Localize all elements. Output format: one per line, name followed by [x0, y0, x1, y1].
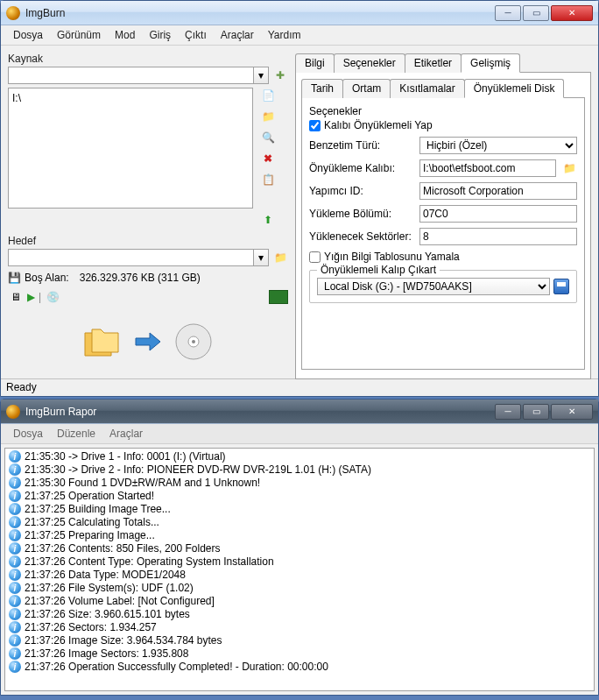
emulation-label: Benzetim Türü: [309, 139, 414, 152]
calculator-icon[interactable] [269, 290, 288, 304]
log-text: 21:37:25 Building Image Tree... [25, 503, 171, 515]
save-icon[interactable] [553, 279, 569, 294]
log-minimize-button[interactable]: ─ [495, 404, 521, 420]
emulation-select[interactable]: Hiçbiri (Özel) [419, 137, 577, 154]
tab-etiketler[interactable]: Etiketler [405, 53, 462, 73]
search-folder-icon[interactable]: 🔍 [260, 130, 276, 145]
make-bootable-checkbox[interactable] [309, 120, 321, 131]
source-dropdown-toggle[interactable]: ▾ [253, 67, 269, 84]
loadseg-label: Yükleme Bölümü: [309, 208, 414, 220]
log-text: 21:37:25 Preparing Image... [25, 529, 155, 541]
add-icon[interactable]: ✚ [272, 67, 288, 83]
menu-giris[interactable]: Giriş [142, 27, 178, 43]
log-line: i21:37:26 Contents: 850 Files, 200 Folde… [9, 542, 590, 555]
log-menu-dosya[interactable]: Dosya [6, 426, 50, 442]
free-space-value: 326.329.376 KB (311 GB) [80, 272, 201, 284]
info-icon: i [9, 569, 21, 581]
bootimage-input[interactable] [419, 159, 556, 177]
menu-yardim[interactable]: Yardım [261, 27, 308, 43]
log-line: i21:35:30 Found 1 DVD±RW/RAM and 1 Unkno… [9, 477, 590, 490]
log-menu-araclar[interactable]: Araçlar [102, 426, 150, 442]
info-icon: i [9, 463, 21, 476]
log-text: 21:37:26 Contents: 850 Files, 200 Folder… [25, 542, 220, 555]
info-icon: i [9, 647, 21, 660]
folders-icon [81, 321, 123, 363]
extract-drive-select[interactable]: Local Disk (G:) - [WD750AAKS] [317, 278, 550, 295]
info-icon: i [9, 582, 21, 594]
log-text: 21:37:26 Image Sectors: 1.935.808 [25, 647, 188, 660]
log-text: 21:37:25 Operation Started! [25, 490, 154, 502]
log-maximize-button[interactable]: ▭ [523, 404, 549, 420]
log-area[interactable]: i21:35:30 -> Drive 1 - Info: 0001 (I:) (… [4, 448, 595, 691]
tab-bilgi[interactable]: Bilgi [295, 53, 335, 73]
dest-dropdown-toggle[interactable]: ▾ [253, 249, 269, 266]
clipboard-icon[interactable]: 📋 [260, 172, 276, 187]
log-line: i21:37:26 Data Type: MODE1/2048 [9, 569, 590, 582]
menu-araclar[interactable]: Araçlar [214, 27, 261, 43]
menu-cikti[interactable]: Çıktı [178, 27, 214, 43]
patch-table-checkbox[interactable] [309, 251, 321, 263]
app-icon [6, 405, 20, 419]
status-bar: Ready [1, 378, 598, 396]
log-titlebar[interactable]: ImgBurn Rapor ─ ▭ ✕ [1, 399, 598, 424]
dest-label: Hedef [8, 235, 288, 247]
tab-onyuklemeli-disk[interactable]: Önyüklemeli Disk [464, 79, 565, 98]
options-section-label: Seçenekler [309, 105, 577, 117]
info-icon: i [9, 529, 21, 541]
source-input[interactable] [8, 67, 253, 84]
menu-dosya[interactable]: Dosya [6, 27, 50, 43]
menu-mod[interactable]: Mod [108, 27, 142, 43]
extract-group-title: Önyüklemeli Kalıp Çıkart [317, 264, 440, 276]
menu-gorunum[interactable]: Görünüm [50, 27, 108, 43]
source-list[interactable]: I:\ [8, 88, 253, 209]
sectors-input[interactable] [419, 228, 577, 245]
menubar: Dosya Görünüm Mod Giriş Çıktı Araçlar Ya… [1, 25, 598, 46]
delete-icon[interactable]: ✖ [260, 151, 276, 166]
bootimage-label: Önyükleme Kalıbı: [309, 162, 414, 174]
info-icon: i [9, 490, 21, 502]
log-menu-duzenle[interactable]: Düzenle [50, 426, 102, 442]
tab-tarih[interactable]: Tarih [301, 79, 343, 98]
log-text: 21:37:26 File System(s): UDF (1.02) [25, 582, 194, 594]
top-tabs: Bilgi Seçenekler Etiketler Gelişmiş [295, 53, 591, 73]
free-space-label: Boş Alan: [25, 272, 69, 284]
log-menubar: Dosya Düzenle Araçlar [1, 424, 598, 444]
up-arrow-icon[interactable]: ⬆ [260, 212, 276, 228]
developer-label: Yapımcı ID: [309, 185, 414, 197]
browse-dest-icon[interactable]: 📁 [272, 250, 288, 265]
minimize-button[interactable]: ─ [495, 5, 521, 21]
tab-kisitlamalar[interactable]: Kısıtlamalar [390, 79, 464, 98]
tab-ortam[interactable]: Ortam [342, 79, 391, 98]
disc-icon[interactable]: 💿 [45, 289, 60, 305]
extract-group: Önyüklemeli Kalıp Çıkart Local Disk (G:)… [309, 270, 577, 303]
info-icon: i [9, 516, 21, 528]
log-close-button[interactable]: ✕ [551, 404, 593, 420]
log-text: 21:37:26 Data Type: MODE1/2048 [25, 569, 186, 581]
loadseg-input[interactable] [419, 205, 577, 223]
developer-input[interactable] [419, 182, 577, 200]
play-icon[interactable]: ▶ [27, 291, 35, 303]
tab-gelismis[interactable]: Gelişmiş [461, 53, 520, 73]
window-title: ImgBurn [25, 7, 493, 19]
tab-secenekler[interactable]: Seçenekler [334, 53, 405, 73]
info-icon: i [9, 661, 21, 673]
maximize-button[interactable]: ▭ [523, 5, 549, 21]
file-icon[interactable]: 📄 [260, 88, 276, 103]
log-window-title: ImgBurn Rapor [25, 406, 493, 418]
device-icon[interactable]: 🖥 [8, 289, 24, 305]
dest-input[interactable] [8, 249, 253, 266]
info-icon: i [9, 477, 21, 489]
disc-image-icon [173, 321, 215, 363]
drive-icon: 💾 [8, 272, 21, 284]
titlebar[interactable]: ImgBurn ─ ▭ ✕ [1, 1, 598, 25]
sub-tabs: Tarih Ortam Kısıtlamalar Önyüklemeli Dis… [301, 78, 585, 98]
folder-icon[interactable]: 📁 [260, 109, 276, 124]
close-button[interactable]: ✕ [551, 5, 593, 21]
log-text: 21:35:30 -> Drive 1 - Info: 0001 (I:) (V… [25, 450, 226, 463]
log-text: 21:37:26 Sectors: 1.934.257 [25, 621, 157, 633]
log-line: i21:37:26 Volume Label: [Not Configured] [9, 595, 590, 608]
app-icon [6, 6, 20, 20]
browse-bootimage-icon[interactable]: 📁 [561, 160, 577, 176]
info-icon: i [9, 450, 21, 463]
log-text: 21:35:30 Found 1 DVD±RW/RAM and 1 Unknow… [25, 477, 260, 489]
